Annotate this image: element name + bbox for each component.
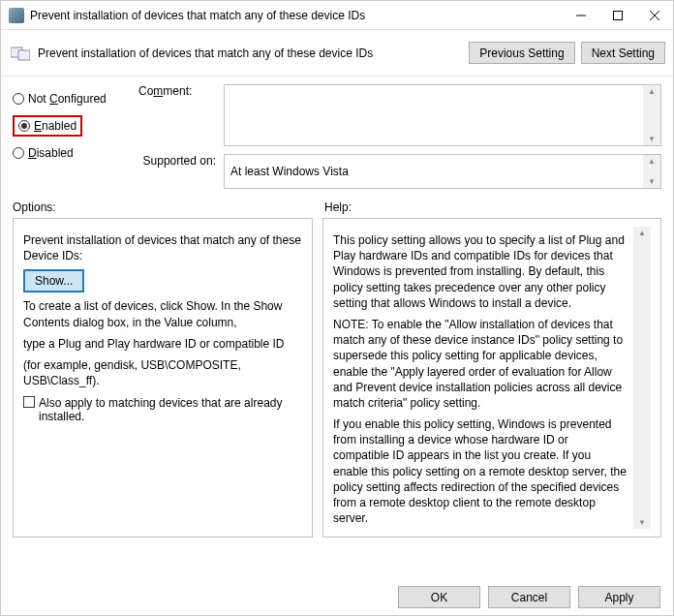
show-label: Show...	[35, 274, 73, 288]
chevron-down-icon: ▼	[648, 135, 656, 143]
comment-label: Comment:	[138, 84, 216, 146]
section-labels: Options: Help:	[13, 200, 661, 214]
options-text: type a Plug and Play hardware ID or comp…	[23, 336, 302, 352]
minimize-button[interactable]	[563, 2, 599, 29]
radio-icon	[13, 93, 24, 105]
comment-field[interactable]: ▲▼	[224, 84, 661, 146]
options-heading: Prevent installation of devices that mat…	[23, 232, 302, 263]
next-setting-button[interactable]: Next Setting	[581, 42, 665, 64]
radio-label: Not Configured	[28, 92, 107, 106]
maximize-button[interactable]	[599, 2, 636, 29]
options-text: To create a list of devices, click Show.…	[23, 298, 302, 329]
options-panel: Prevent installation of devices that mat…	[13, 218, 313, 538]
help-panel: This policy setting allows you to specif…	[322, 218, 661, 538]
footer-buttons: OK Cancel Apply	[398, 586, 660, 608]
radio-label: Enabled	[34, 119, 77, 133]
supported-label: Supported on:	[138, 154, 216, 189]
chevron-up-icon: ▲	[638, 229, 646, 237]
help-label: Help:	[324, 200, 352, 214]
window-title: Prevent installation of devices that mat…	[30, 9, 563, 22]
apply-button[interactable]: Apply	[578, 586, 660, 608]
radio-disabled[interactable]: Disabled	[13, 142, 138, 164]
radio-not-configured[interactable]: Not Configured	[13, 88, 138, 109]
scrollbar[interactable]: ▲▼	[633, 227, 651, 529]
radio-icon	[13, 147, 24, 159]
checkbox-icon	[23, 396, 35, 408]
help-paragraph: If you enable this policy setting, Windo…	[333, 416, 628, 526]
help-text[interactable]: This policy setting allows you to specif…	[333, 227, 633, 529]
supported-field: At least Windows Vista ▲▼	[224, 154, 661, 189]
state-section: Not Configured Enabled Disabled Comment:…	[1, 77, 673, 197]
title-bar: Prevent installation of devices that mat…	[1, 1, 673, 30]
help-paragraph: This policy setting allows you to specif…	[333, 232, 628, 311]
checkbox-label: Also apply to matching devices that are …	[39, 396, 302, 423]
policy-title: Prevent installation of devices that mat…	[38, 46, 463, 60]
show-button[interactable]: Show...	[23, 269, 84, 293]
radio-label: Disabled	[28, 146, 74, 160]
scrollbar[interactable]: ▲▼	[643, 155, 660, 188]
app-icon	[9, 8, 24, 23]
svg-rect-5	[18, 50, 30, 60]
options-label: Options:	[13, 200, 324, 214]
radio-enabled[interactable]: Enabled	[13, 115, 82, 137]
chevron-up-icon: ▲	[648, 157, 656, 166]
scrollbar[interactable]: ▲▼	[643, 85, 660, 145]
ok-button[interactable]: OK	[398, 586, 480, 608]
policy-icon	[9, 44, 32, 63]
svg-rect-1	[614, 11, 623, 19]
chevron-down-icon: ▼	[648, 177, 656, 186]
comment-text[interactable]	[225, 85, 643, 145]
previous-setting-button[interactable]: Previous Setting	[469, 42, 574, 64]
also-apply-checkbox[interactable]: Also apply to matching devices that are …	[23, 396, 302, 423]
chevron-down-icon: ▼	[638, 518, 646, 527]
supported-text: At least Windows Vista	[225, 155, 643, 188]
cancel-button[interactable]: Cancel	[488, 586, 570, 608]
header-bar: Prevent installation of devices that mat…	[1, 30, 673, 77]
help-paragraph: NOTE: To enable the "Allow installation …	[333, 317, 628, 411]
options-text: (for example, gendisk, USB\COMPOSITE, US…	[23, 357, 302, 388]
close-button[interactable]	[636, 2, 673, 29]
radio-icon	[18, 120, 30, 132]
chevron-up-icon: ▲	[648, 87, 656, 96]
